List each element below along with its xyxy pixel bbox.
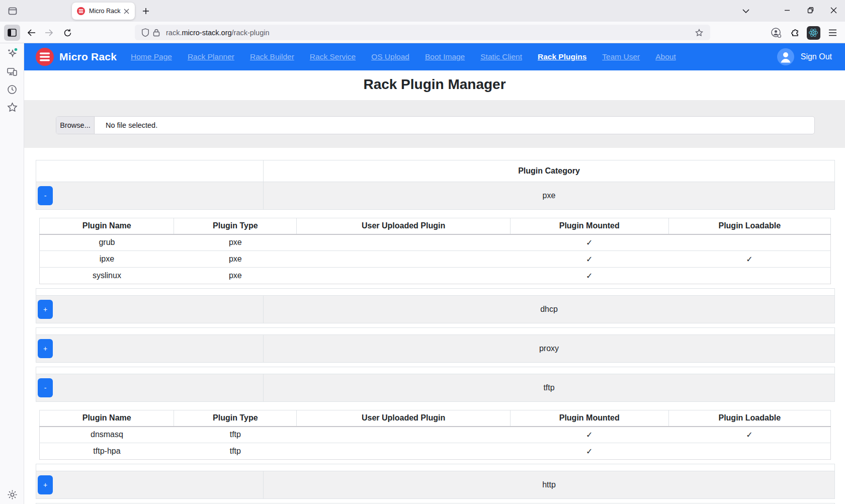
category-name-tftp: tftp [264, 374, 835, 402]
nav-right: Sign Out [777, 48, 832, 65]
plugin-row-dnsmasq: dnsmasq tftp ✓ ✓ [40, 427, 831, 443]
plugin-type: pxe [174, 251, 297, 268]
plugin-row-grub: grub pxe ✓ [40, 234, 831, 251]
account-icon[interactable] [768, 25, 784, 41]
nav-link-rack-plugins[interactable]: Rack Plugins [538, 52, 586, 61]
plugin-loadable-check [668, 268, 830, 284]
plugin-name: syslinux [40, 268, 174, 284]
react-devtools-extension-icon[interactable] [805, 25, 821, 41]
list-tabs-chevron-icon[interactable] [739, 5, 752, 18]
col-plugin-mounted: Plugin Mounted [510, 410, 668, 427]
page-content: Micro Rack Home Page Rack Planner Rack B… [24, 43, 845, 504]
col-user-uploaded-plugin: User Uploaded Plugin [297, 410, 511, 427]
plugin-name: dnsmasq [40, 427, 174, 443]
window-minimize-button[interactable] [776, 0, 799, 20]
upload-section: Browse... No file selected. [24, 100, 845, 148]
plugin-uploaded [297, 268, 511, 284]
plugin-table-header: Plugin Name Plugin Type User Uploaded Pl… [40, 218, 831, 234]
synced-tabs-devices-icon[interactable] [6, 66, 18, 78]
plugin-uploaded [297, 234, 511, 251]
nav-link-rack-builder[interactable]: Rack Builder [250, 52, 294, 61]
tab-favicon-micro-rack-icon [77, 7, 85, 15]
plugin-table-tftp: Plugin Name Plugin Type User Uploaded Pl… [39, 410, 831, 460]
browser-window: Micro Rack [0, 0, 845, 504]
nav-link-rack-service[interactable]: Rack Service [310, 52, 356, 61]
nav-link-static-client[interactable]: Static Client [480, 52, 522, 61]
tracking-shield-icon[interactable] [140, 27, 151, 38]
new-tab-button[interactable] [140, 5, 152, 17]
tab-title: Micro Rack [89, 8, 122, 15]
window-close-button[interactable] [822, 0, 845, 20]
user-avatar-icon[interactable] [777, 48, 794, 65]
file-status-text: No file selected. [95, 117, 157, 134]
bookmarks-star-icon[interactable] [6, 101, 18, 113]
category-row-dhcp: + dhcp [36, 296, 835, 323]
nav-link-boot-image[interactable]: Boot Image [425, 52, 465, 61]
firefox-view-icon[interactable] [6, 5, 19, 18]
plugin-file-input[interactable]: Browse... No file selected. [56, 116, 815, 134]
category-header-spacer [36, 160, 264, 182]
browse-button[interactable]: Browse... [56, 117, 95, 134]
plugin-mounted-check: ✓ [510, 234, 668, 251]
ai-chatbot-sparkle-icon[interactable] [6, 47, 18, 59]
tab-close-icon[interactable] [122, 7, 131, 16]
nav-links: Home Page Rack Planner Rack Builder Rack… [131, 52, 676, 61]
connection-lock-icon[interactable] [151, 27, 162, 38]
sidebar-toggle-button[interactable] [4, 25, 20, 41]
plugin-mounted-check: ✓ [510, 443, 668, 460]
nav-link-rack-planner[interactable]: Rack Planner [188, 52, 234, 61]
forward-button[interactable] [41, 25, 57, 41]
url-text: rack.micro-stack.org/rack-plugin [166, 29, 693, 37]
category-table-tftp: - tftp [36, 367, 835, 402]
expand-category-button-proxy[interactable]: + [38, 339, 53, 358]
browser-tab[interactable]: Micro Rack [72, 3, 135, 20]
expand-category-button-http[interactable]: + [38, 475, 53, 494]
plugin-row-ipxe: ipxe pxe ✓ ✓ [40, 251, 831, 268]
reload-button[interactable] [59, 25, 75, 41]
expand-category-button-dhcp[interactable]: + [38, 300, 53, 319]
plugin-type: pxe [174, 234, 297, 251]
col-plugin-loadable: Plugin Loadable [668, 410, 830, 427]
browser-sidebar-rail [0, 43, 24, 504]
back-button[interactable] [23, 25, 39, 41]
col-plugin-type: Plugin Type [174, 218, 297, 234]
category-table-pxe: Plugin Category - pxe [36, 160, 835, 210]
app-menu-hamburger-icon[interactable] [824, 25, 840, 41]
page-title: Rack Plugin Manager [24, 74, 845, 95]
url-bar[interactable]: rack.micro-stack.org/rack-plugin [135, 25, 710, 40]
plugin-category-list: Plugin Category - pxe Plu [36, 160, 835, 504]
col-plugin-loadable: Plugin Loadable [668, 218, 830, 234]
category-table-dhcp: + dhcp [36, 288, 835, 323]
nav-link-os-upload[interactable]: OS Upload [371, 52, 409, 61]
category-table-proxy: + proxy [36, 327, 835, 363]
category-name-dhcp: dhcp [264, 296, 835, 323]
col-plugin-mounted: Plugin Mounted [510, 218, 668, 234]
collapse-category-button-tftp[interactable]: - [38, 378, 53, 397]
plugin-name: ipxe [40, 251, 174, 268]
browser-toolbar: rack.micro-stack.org/rack-plugin [0, 22, 845, 43]
history-clock-icon[interactable] [6, 83, 18, 96]
sign-out-button[interactable]: Sign Out [801, 52, 832, 61]
category-table-http: + http [36, 464, 835, 499]
nav-link-home-page[interactable]: Home Page [131, 52, 172, 61]
category-header-label: Plugin Category [264, 160, 835, 182]
category-row-http: + http [36, 471, 835, 499]
category-row-pxe: - pxe [36, 182, 835, 210]
brand[interactable]: Micro Rack [35, 47, 117, 66]
plugin-uploaded [297, 427, 511, 443]
window-restore-button[interactable] [799, 0, 822, 20]
nav-link-team-user[interactable]: Team User [602, 52, 640, 61]
plugin-mounted-check: ✓ [510, 251, 668, 268]
plugin-name: grub [40, 234, 174, 251]
plugin-table-header: Plugin Name Plugin Type User Uploaded Pl… [40, 410, 831, 427]
col-plugin-type: Plugin Type [174, 410, 297, 427]
plugin-type: tftp [174, 427, 297, 443]
plugin-type: pxe [174, 268, 297, 284]
bookmark-star-icon[interactable] [693, 27, 705, 39]
nav-link-about[interactable]: About [655, 52, 676, 61]
settings-gear-icon[interactable] [6, 488, 18, 500]
extensions-puzzle-icon[interactable] [787, 25, 803, 41]
plugin-row-tftp-hpa: tftp-hpa tftp ✓ [40, 443, 831, 460]
plugin-uploaded [297, 443, 511, 460]
collapse-category-button-pxe[interactable]: - [38, 186, 53, 205]
